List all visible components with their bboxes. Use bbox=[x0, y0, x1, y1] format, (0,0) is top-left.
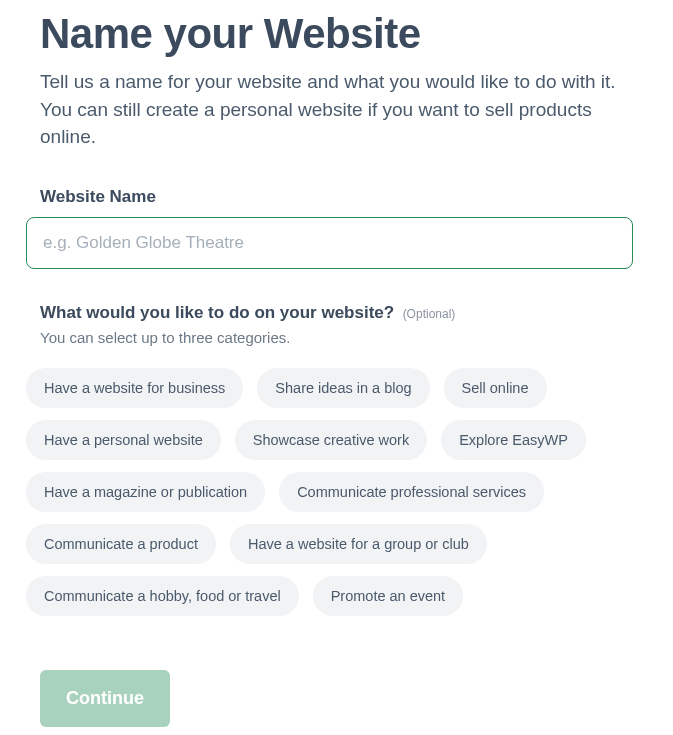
category-chip[interactable]: Promote an event bbox=[313, 576, 463, 616]
website-name-input[interactable] bbox=[26, 217, 633, 269]
page-subtitle: Tell us a name for your website and what… bbox=[40, 68, 633, 151]
website-name-label: Website Name bbox=[40, 187, 633, 207]
category-chip[interactable]: Have a personal website bbox=[26, 420, 221, 460]
optional-label: (Optional) bbox=[403, 307, 456, 321]
category-chip[interactable]: Have a website for business bbox=[26, 368, 243, 408]
category-chip[interactable]: Communicate a product bbox=[26, 524, 216, 564]
categories-hint: You can select up to three categories. bbox=[40, 329, 633, 346]
page-title: Name your Website bbox=[40, 10, 633, 58]
category-chip[interactable]: Explore EasyWP bbox=[441, 420, 586, 460]
category-chip-container: Have a website for business Share ideas … bbox=[26, 368, 633, 616]
category-chip[interactable]: Showcase creative work bbox=[235, 420, 427, 460]
category-chip[interactable]: Have a magazine or publication bbox=[26, 472, 265, 512]
category-chip[interactable]: Share ideas in a blog bbox=[257, 368, 429, 408]
continue-button[interactable]: Continue bbox=[40, 670, 170, 727]
category-chip[interactable]: Communicate professional services bbox=[279, 472, 544, 512]
categories-question: What would you like to do on your websit… bbox=[40, 303, 394, 322]
category-chip[interactable]: Have a website for a group or club bbox=[230, 524, 487, 564]
category-chip[interactable]: Communicate a hobby, food or travel bbox=[26, 576, 299, 616]
category-chip[interactable]: Sell online bbox=[444, 368, 547, 408]
